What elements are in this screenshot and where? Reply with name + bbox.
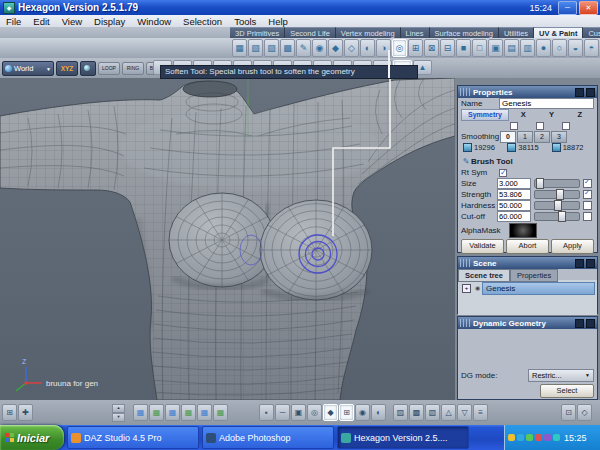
slider-track[interactable] <box>534 179 580 188</box>
symmetry-toggle-icon[interactable]: ◆ <box>323 404 338 421</box>
viewport-3d[interactable]: Z bruuna for gen <box>0 78 455 400</box>
uv-stitch-icon[interactable]: ▧ <box>248 39 263 57</box>
scene-tab[interactable]: Scene tree <box>458 269 510 282</box>
rt-sym-checkbox[interactable] <box>499 169 507 177</box>
bake-icon[interactable]: ◒ <box>568 39 583 57</box>
quad-view-icon[interactable]: ▦ <box>149 404 164 421</box>
camera-icon[interactable] <box>80 61 96 76</box>
slider-track[interactable] <box>534 201 580 210</box>
spinner-up-button[interactable] <box>112 404 125 413</box>
wireframe-display-icon[interactable]: ▨ <box>393 404 408 421</box>
xyz-axis-button[interactable]: XYZ <box>56 61 78 76</box>
pinch-icon[interactable]: ⊞ <box>408 39 423 57</box>
world-space-dropdown[interactable]: World <box>2 61 54 76</box>
menu-item[interactable]: File <box>0 16 27 27</box>
scene-panel-header[interactable]: Scene <box>458 257 597 269</box>
eyedropper-icon[interactable]: ◇ <box>344 39 359 57</box>
menu-item[interactable]: View <box>56 16 88 27</box>
slider-thumb[interactable] <box>556 189 564 200</box>
tray-icon[interactable] <box>526 434 533 441</box>
edge-select-icon[interactable]: ─ <box>275 404 290 421</box>
start-button[interactable]: Iniciar <box>0 425 64 450</box>
smooth-shade-icon[interactable]: △ <box>441 404 456 421</box>
axes-toggle-icon[interactable]: ✚ <box>18 404 33 421</box>
flatten-icon[interactable]: ⊟ <box>440 39 455 57</box>
perspective-view-icon[interactable]: ▦ <box>213 404 228 421</box>
spinner-down-button[interactable] <box>112 413 125 422</box>
loop-select-icon[interactable]: ◎ <box>307 404 322 421</box>
mask-icon[interactable]: □ <box>472 39 487 57</box>
slider-thumb[interactable] <box>554 200 562 211</box>
panel-pin-button[interactable] <box>575 259 584 268</box>
slider-checkbox[interactable] <box>583 212 592 221</box>
snap-toggle-icon[interactable]: ⊞ <box>339 404 354 421</box>
material-icon[interactable]: ● <box>536 39 551 57</box>
edge-mode-button[interactable]: LOOP <box>98 62 120 75</box>
magnet-toggle-icon[interactable]: ◉ <box>355 404 370 421</box>
panel-close-button[interactable] <box>586 319 595 328</box>
title-bar[interactable]: Hexagon Version 2.5.1.79 15:24 <box>0 0 600 15</box>
dg-panel-header[interactable]: Dynamic Geometry <box>458 317 597 329</box>
falloff-toggle-icon[interactable]: ◐ <box>371 404 386 421</box>
scene-tab[interactable]: Properties <box>510 269 558 282</box>
smear-icon[interactable]: ◐ <box>360 39 375 57</box>
texture-icon[interactable]: ○ <box>552 39 567 57</box>
minimize-button[interactable] <box>558 1 577 15</box>
name-input[interactable]: Genesis <box>499 98 594 109</box>
slider-value-field[interactable]: 3.000 <box>497 178 531 189</box>
menu-item[interactable]: Display <box>88 16 131 27</box>
uv-unwrap-icon[interactable]: ▦ <box>232 39 247 57</box>
select-button[interactable]: Select <box>540 384 594 398</box>
edge-mode-button[interactable]: RING <box>122 62 144 75</box>
tray-icon[interactable] <box>544 434 551 441</box>
scene-tree-item[interactable]: Genesis <box>482 282 595 295</box>
vertical-split-view-icon[interactable]: ▦ <box>181 404 196 421</box>
horizontal-split-view-icon[interactable]: ▦ <box>165 404 180 421</box>
pattern-icon[interactable]: ▤ <box>504 39 519 57</box>
visibility-eye-icon[interactable] <box>473 284 482 291</box>
taskbar-task-button[interactable]: Hexagon Version 2.5.... <box>337 426 469 449</box>
checker-map-icon[interactable]: ▩ <box>280 39 295 57</box>
menu-item[interactable]: Help <box>262 16 294 27</box>
stamp-icon[interactable]: ▣ <box>488 39 503 57</box>
fill-icon[interactable]: ◆ <box>328 39 343 57</box>
slider-checkbox[interactable] <box>583 179 592 188</box>
dg-mode-dropdown[interactable]: Restric... <box>528 369 594 382</box>
action-button[interactable]: Validate <box>461 239 504 254</box>
vertex-select-icon[interactable]: ▪ <box>259 404 274 421</box>
grid-toggle-icon[interactable]: ⊞ <box>2 404 17 421</box>
smoothing-level-button[interactable]: 0 <box>500 131 516 143</box>
panel-pin-button[interactable] <box>575 88 584 97</box>
tray-icon[interactable] <box>535 434 542 441</box>
smoothing-level-button[interactable]: 3 <box>551 131 567 143</box>
symmetry-button[interactable]: Symmetry <box>461 109 509 121</box>
tray-icon[interactable] <box>508 434 515 441</box>
slider-value-field[interactable]: 53.806 <box>497 189 531 200</box>
panel-close-button[interactable] <box>586 259 595 268</box>
slider-thumb[interactable] <box>536 178 544 189</box>
sym-y-checkbox[interactable] <box>536 122 544 130</box>
light-icon[interactable]: ◓ <box>584 39 599 57</box>
sym-z-checkbox[interactable] <box>562 122 570 130</box>
properties-panel-header[interactable]: Properties <box>458 86 597 98</box>
taskbar-task-button[interactable]: DAZ Studio 4.5 Pro <box>67 426 199 449</box>
uv-relax-icon[interactable]: ▨ <box>264 39 279 57</box>
slider-checkbox[interactable] <box>583 190 592 199</box>
textured-display-icon[interactable]: ▧ <box>425 404 440 421</box>
close-button[interactable] <box>579 1 598 15</box>
smoothing-level-button[interactable]: 2 <box>534 131 550 143</box>
expand-toggle[interactable] <box>462 284 471 293</box>
slider-checkbox[interactable] <box>583 201 592 210</box>
maximize-viewport-icon[interactable]: ⊡ <box>561 404 576 421</box>
menu-item[interactable]: Window <box>131 16 177 27</box>
slider-value-field[interactable]: 50.000 <box>497 200 531 211</box>
face-select-icon[interactable]: ▣ <box>291 404 306 421</box>
panel-close-button[interactable] <box>586 88 595 97</box>
soften-brush-icon[interactable]: ◎ <box>392 39 407 57</box>
slider-thumb[interactable] <box>558 211 566 222</box>
flat-shade-icon[interactable]: ▽ <box>457 404 472 421</box>
layer-icon[interactable]: ▥ <box>520 39 535 57</box>
sym-x-checkbox[interactable] <box>510 122 518 130</box>
action-button[interactable]: Apply <box>551 239 594 254</box>
menu-item[interactable]: Edit <box>27 16 55 27</box>
